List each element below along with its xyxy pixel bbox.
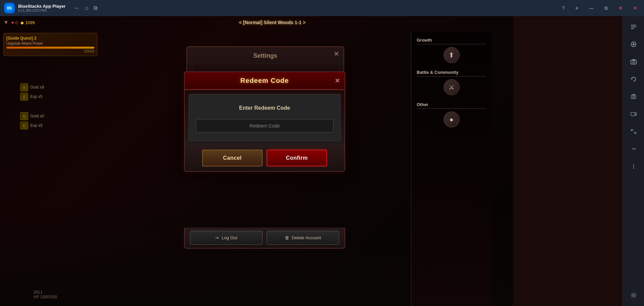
heart-icon: ♥ (11, 20, 14, 25)
sidebar-rotate-button[interactable] (626, 71, 642, 87)
right-panel-sidebar: Growth ⬆ Battle & Community ⚔ Other ● (411, 32, 492, 306)
window-controls: ? ≡ — ⧉ ✕ ✕ (559, 4, 640, 12)
back-button[interactable]: ← (74, 5, 80, 11)
redeem-dialog-header: Redeem Code ✕ (185, 72, 344, 90)
svg-point-14 (633, 166, 634, 167)
svg-rect-11 (631, 112, 635, 116)
list-item: G Gold x9 (20, 83, 44, 91)
svg-point-16 (633, 294, 635, 296)
quest-title: [Guide Quest] 2 (6, 36, 94, 41)
sidebar-shake-button[interactable] (626, 141, 642, 157)
svg-point-9 (633, 96, 635, 98)
bluestacks-sidebar (623, 16, 644, 306)
sidebar-camera-button[interactable] (626, 54, 642, 70)
restore-button[interactable]: ⧉ (602, 4, 610, 12)
confirm-button[interactable]: Confirm (267, 150, 327, 166)
confirm-label: Confirm (286, 155, 308, 161)
svg-rect-0 (631, 25, 636, 26)
settings-title: Settings (192, 52, 338, 59)
settings-footer: ⇒ Log Out 🗑 Delete Account (184, 227, 345, 249)
sidebar-expand-button[interactable] (626, 19, 642, 35)
growth-icon: ⬆ (444, 47, 460, 63)
growth-section: Growth ⬆ (417, 38, 486, 63)
game-area: ▼ ♥ 0 ◆ 1099 < [Normal] Silent Woods 1-1… (0, 16, 513, 306)
close-x-icon: ✕ (335, 78, 340, 84)
player-level: 2811 (34, 290, 57, 295)
svg-line-12 (631, 129, 636, 134)
quest-desc: Upgrade Attack Power (6, 41, 94, 45)
app-name: BlueStacks App Player (18, 4, 65, 9)
battle-community-section: Battle & Community ⚔ (417, 70, 486, 95)
other-icon: ● (444, 111, 460, 128)
quest-progress-bar (6, 47, 94, 49)
quest-panel: [Guide Quest] 2 Upgrade Attack Power (10… (3, 33, 97, 56)
gems-display: ◆ 1099 (20, 20, 35, 25)
svg-rect-1 (631, 27, 636, 27)
redeem-dialog-title: Redeem Code (240, 77, 289, 85)
sidebar-more-button[interactable] (626, 158, 642, 174)
close-button[interactable]: ✕ (616, 4, 625, 12)
sidebar-resize-button[interactable] (626, 123, 642, 140)
loot-label-2: Exp x5 (30, 94, 43, 99)
quest-progress-fill (6, 47, 94, 49)
titlebar: BS BlueStacks App Player 5.21.300.1070 P… (0, 0, 644, 16)
battle-icon: ⚔ (444, 79, 460, 95)
logout-icon: ⇒ (215, 235, 219, 240)
app-info: BlueStacks App Player 5.21.300.1070 P64 (18, 4, 65, 12)
windows-button[interactable]: ⧉ (94, 5, 97, 11)
exp-icon: E (20, 93, 28, 101)
quest-progress-label: (10/10) (6, 49, 94, 53)
sidebar-screenshot-button[interactable] (626, 89, 642, 105)
sidebar-video-button[interactable] (626, 106, 642, 122)
trash-icon: 🗑 (285, 235, 289, 240)
loot-label-1: Gold x9 (30, 85, 44, 90)
hearts-display: ♥ 0 (11, 20, 18, 25)
cancel-label: Cancel (223, 155, 241, 161)
redeem-dialog-body: Enter Redeem Code (189, 94, 340, 141)
menu-button[interactable]: ≡ (573, 4, 581, 12)
svg-point-13 (633, 164, 634, 165)
gems-count: 1099 (25, 20, 35, 25)
hud-left: ▼ ♥ 0 ◆ 1099 (3, 19, 35, 26)
help-button[interactable]: ? (559, 4, 567, 12)
game-hud: ▼ ♥ 0 ◆ 1099 < [Normal] Silent Woods 1-1… (3, 19, 510, 26)
bluestacks-logo: BS (4, 3, 15, 13)
redeem-instruction-text: Enter Redeem Code (196, 100, 333, 111)
hearts-count: 0 (15, 20, 18, 25)
delete-account-label: Delete Account (292, 235, 321, 240)
delete-account-button[interactable]: 🗑 Delete Account (267, 231, 339, 245)
player-info: 2811 HP 1000/300 (34, 290, 57, 299)
loot-label-3: Gold x0 (30, 114, 44, 118)
sidebar-record-button[interactable] (626, 36, 642, 52)
exp-icon-2: E (20, 121, 28, 130)
redeem-dialog-buttons: Cancel Confirm (185, 145, 344, 171)
gold-icon-2: G (20, 112, 28, 120)
svg-rect-8 (631, 95, 636, 99)
logout-label: Log Out (222, 235, 237, 240)
redeem-input-container[interactable] (196, 119, 333, 133)
close-button-2[interactable]: ✕ (631, 4, 640, 12)
cancel-button[interactable]: Cancel (202, 150, 263, 166)
gold-icon: G (20, 83, 28, 91)
growth-title: Growth (417, 38, 486, 44)
redeem-close-button[interactable]: ✕ (335, 77, 340, 85)
battle-community-title: Battle & Community (417, 70, 486, 76)
loot-items: G Gold x9 E Exp x5 G Gold x0 E Exp x5 (20, 83, 44, 130)
settings-close-button[interactable]: ✕ (334, 50, 339, 58)
menu-chevron-icon: ▼ (3, 19, 9, 26)
sidebar-settings-button[interactable] (626, 287, 642, 303)
list-item: G Gold x0 (20, 112, 44, 120)
logout-button[interactable]: ⇒ Log Out (190, 231, 263, 245)
other-title: Other (417, 102, 486, 109)
other-section: Other ● (417, 102, 486, 128)
svg-point-15 (633, 168, 634, 169)
gem-icon: ◆ (20, 20, 24, 25)
stage-label: < [Normal] Silent Woods 1-1 > (35, 20, 510, 25)
redeem-dialog: Redeem Code ✕ Enter Redeem Code Cancel C… (184, 71, 345, 172)
svg-point-4 (633, 43, 635, 45)
minimize-button[interactable]: — (586, 4, 596, 12)
svg-rect-5 (631, 60, 636, 64)
svg-rect-2 (631, 28, 634, 29)
home-button[interactable]: ⌂ (85, 5, 88, 11)
redeem-code-input[interactable] (201, 123, 328, 129)
